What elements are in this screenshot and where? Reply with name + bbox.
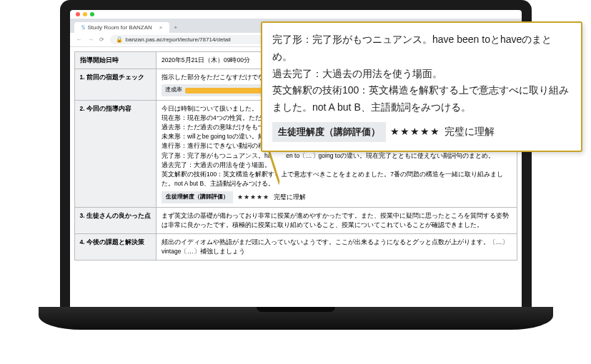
rating-label: 生徒理解度（講師評価） xyxy=(162,191,233,203)
table-row: 3. 生徒さんの良かった点 まず英文法の基礎が備わっており非常に授業が進めやすか… xyxy=(74,207,517,233)
maximize-icon[interactable] xyxy=(90,12,94,16)
new-tab-button[interactable]: + xyxy=(169,22,182,33)
forward-icon[interactable]: → xyxy=(87,36,94,43)
row-label: 指導開始日時 xyxy=(74,52,156,69)
window-controls xyxy=(70,10,522,19)
row-label: 4. 今後の課題と解決策 xyxy=(74,234,156,261)
lock-icon: 🔒 xyxy=(116,36,123,43)
reload-icon[interactable]: ⟳ xyxy=(99,36,106,43)
back-icon[interactable]: ← xyxy=(76,36,83,43)
laptop-base xyxy=(39,307,553,330)
rating-row: 生徒理解度（講師評価） ★★★★★ 完璧に理解 xyxy=(162,191,306,203)
progress-bar-icon xyxy=(185,88,264,93)
url-text: banzan.pas.ac/report/lecture/78714/detai… xyxy=(126,36,231,43)
achieve-label: 達成率 xyxy=(165,86,182,94)
minimize-icon[interactable] xyxy=(83,12,87,16)
row-label: 1. 前回の宿題チェック xyxy=(74,69,156,101)
rating-label: 生徒理解度（講師評価） xyxy=(272,122,386,142)
rating-text: 完璧に理解 xyxy=(445,123,495,141)
content-line: 完了形：完了形がもつニュアンス。have been to〔…〕going toの… xyxy=(162,151,512,161)
close-icon[interactable] xyxy=(76,12,80,16)
rating-text: 完璧に理解 xyxy=(274,193,306,202)
callout-line: 過去完了：大過去の用法を使う場面。 xyxy=(272,66,571,83)
tab-title: Study Room for BANZAN xyxy=(88,24,152,31)
rating-row: 生徒理解度（講師評価） ★★★★★ 完璧に理解 xyxy=(272,122,495,142)
callout-popup: 完了形：完了形がもつニュアンス。have been toとhaveのまとめ。 過… xyxy=(261,21,582,152)
row-label: 3. 生徒さんの良かった点 xyxy=(74,207,156,233)
row-value: まず英文法の基礎が備わっており非常に授業が進めやすかったです。また、授業中に疑問… xyxy=(156,207,517,233)
browser-tab[interactable]: 𝕊 Study Room for BANZAN × xyxy=(74,22,170,33)
tab-close-icon[interactable]: × xyxy=(159,24,163,31)
content-line: 英文解釈の技術100：英文構造を解釈する上で意志すべきことをまとめました。7番の… xyxy=(162,170,512,188)
row-label: 2. 今回の指導内容 xyxy=(74,100,156,207)
stars-icon: ★★★★★ xyxy=(237,193,269,202)
stars-icon: ★★★★★ xyxy=(390,123,440,141)
tab-favicon: 𝕊 xyxy=(81,24,85,31)
row-value: 頻出のイディオムや熟語がまだ頭に入っていないようです。ここが出来るようになるとグ… xyxy=(156,234,517,261)
callout-line: 完了形：完了形がもつニュアンス。have been toとhaveのまとめ。 xyxy=(272,31,571,66)
callout-line: 英文解釈の技術100：英文構造を解釈する上で意志すべに取り組みました。not A… xyxy=(272,82,571,116)
content-line: 過去完了：大過去の用法を使う場面。 xyxy=(162,161,512,170)
table-row: 4. 今後の課題と解決策 頻出のイディオムや熟語がまだ頭に入っていないようです。… xyxy=(74,234,517,261)
